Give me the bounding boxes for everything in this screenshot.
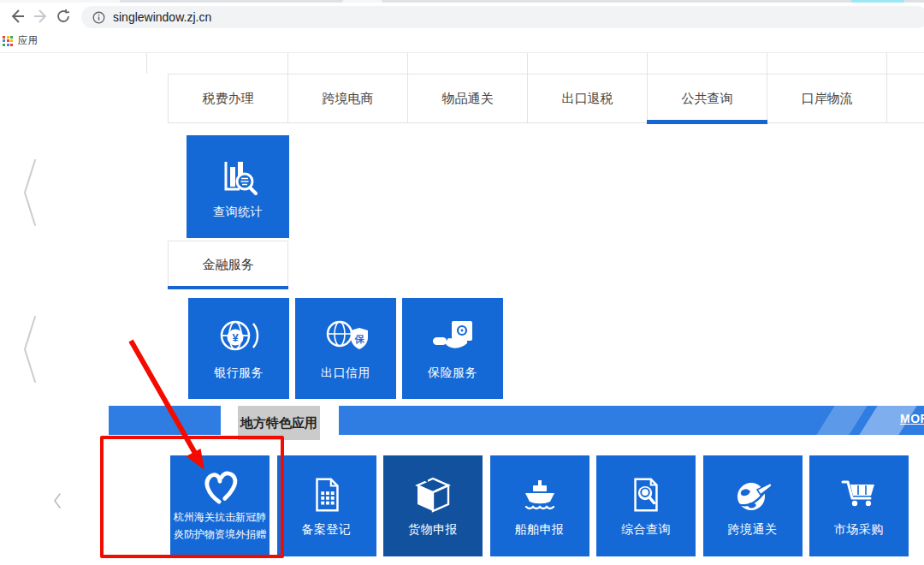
ship-icon (518, 475, 561, 514)
reload-icon (56, 9, 71, 24)
active-tab-underline (168, 286, 288, 289)
local-features-title: 地方特色应用 (238, 406, 320, 440)
tile-label: 跨境通关 (728, 522, 778, 538)
cargo-box-icon (412, 475, 454, 514)
heart-icon (200, 469, 240, 505)
tab-chukou-tuishui[interactable]: 出口退税 (528, 74, 648, 122)
tile-market-procurement[interactable]: 市场采购 (809, 455, 909, 556)
more-link[interactable]: MORE (900, 412, 924, 425)
tile-label: 杭州海关抗击新冠肺 炎防护物资境外捐赠 (174, 509, 266, 542)
scroll-left-chevron[interactable] (22, 315, 38, 384)
tile-export-credit[interactable]: 保 出口信用 (295, 298, 396, 399)
tile-label: 船舶申报 (515, 522, 565, 538)
upper-grid-row (146, 53, 924, 74)
yuan-symbol: ¥ (232, 331, 239, 344)
info-icon (92, 11, 105, 24)
globe-shield-icon: 保 (323, 317, 369, 358)
tile-label: 查询统计 (213, 205, 263, 220)
tile-label: 保险服务 (428, 366, 477, 381)
tile-label: 出口信用 (321, 366, 370, 381)
reload-button[interactable] (53, 6, 74, 27)
tile-cross-border-clearance[interactable]: 跨境通关 (703, 455, 803, 556)
globe-plane-icon (732, 475, 774, 514)
hand-safe-icon (429, 317, 476, 358)
tile-bank-services[interactable]: ¥ 银行服务 (188, 298, 289, 399)
screenshot-canvas: singlewindow.zj.cn 应用 税费办理 跨境电商 (0, 0, 924, 565)
back-button[interactable] (7, 6, 27, 27)
document-search-icon (625, 475, 666, 514)
globe-yuan-icon: ¥ (216, 317, 262, 358)
tab-kouan-wuliu[interactable]: 口岸物流 (767, 74, 887, 122)
local-tiles-row: 杭州海关抗击新冠肺 炎防护物资境外捐赠 备案登记 (170, 455, 909, 556)
apps-bookmark[interactable]: 应用 (3, 32, 38, 50)
forward-arrow-icon (33, 9, 49, 24)
url-bar[interactable]: singlewindow.zj.cn (81, 6, 924, 28)
tab-wupin-tongguan[interactable]: 物品通关 (408, 74, 528, 122)
scroll-left-chevron[interactable] (22, 158, 38, 227)
bar-chart-magnifier-icon (216, 154, 259, 197)
tile-label: 银行服务 (214, 366, 264, 381)
document-grid-icon (306, 475, 347, 514)
shopping-cart-icon (838, 475, 880, 514)
forward-button[interactable] (31, 6, 51, 27)
tile-insurance-services[interactable]: 保险服务 (402, 298, 503, 399)
apps-grid-icon (3, 36, 13, 46)
tile-cargo-declaration[interactable]: 货物申报 (383, 455, 483, 556)
tab-finance-services[interactable]: 金融服务 (168, 241, 288, 289)
tab-kuajing-dianshang[interactable]: 跨境电商 (288, 74, 408, 122)
tile-label: 综合查询 (621, 522, 671, 538)
tile-label: 市场采购 (834, 522, 884, 538)
browser-toolbar: singlewindow.zj.cn (0, 3, 924, 28)
back-arrow-icon (9, 9, 25, 24)
scroll-left-chevron-small[interactable] (53, 492, 62, 509)
url-text: singlewindow.zj.cn (113, 10, 211, 24)
tile-ship-declaration[interactable]: 船舶申报 (490, 455, 589, 556)
category-tabs: 税费办理 跨境电商 物品通关 出口退税 公共查询 口岸物流 (168, 74, 924, 123)
bookmarks-bar: 应用 (0, 28, 924, 53)
tab-gonggong-chaxun[interactable]: 公共查询 (648, 74, 767, 122)
tile-label: 备案登记 (302, 522, 352, 538)
tile-query-statistics[interactable]: 查询统计 (187, 135, 289, 238)
bao-character: 保 (354, 334, 365, 344)
finance-tiles-row: ¥ 银行服务 保 出口信用 (188, 298, 503, 399)
active-tab-underline (647, 120, 767, 124)
tile-comprehensive-query[interactable]: 综合查询 (596, 455, 696, 556)
tile-hangzhou-customs-donation[interactable]: 杭州海关抗击新冠肺 炎防护物资境外捐赠 (170, 455, 270, 556)
tile-record-registration[interactable]: 备案登记 (277, 455, 376, 556)
apps-bookmark-label: 应用 (18, 34, 38, 47)
tab-shuifei-banli[interactable]: 税费办理 (169, 74, 288, 122)
page-content: 税费办理 跨境电商 物品通关 出口退税 公共查询 口岸物流 查 (0, 53, 924, 565)
tile-label: 货物申报 (408, 522, 458, 538)
